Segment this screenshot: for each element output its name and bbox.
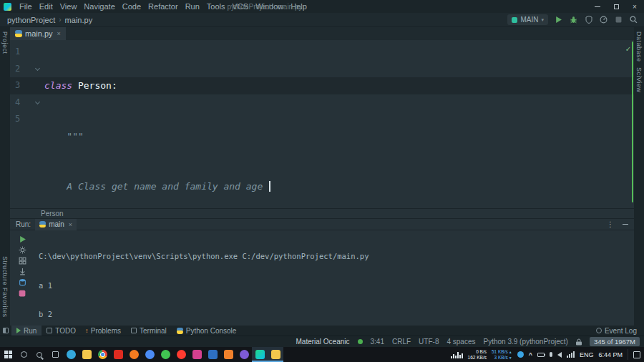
time-tracker[interactable]: 3:41 [371, 338, 384, 346]
search-icon[interactable] [31, 347, 47, 362]
sidebar-item-project[interactable]: Project [1, 31, 9, 54]
whatsapp-icon[interactable] [157, 347, 173, 362]
tool-window-todo[interactable]: TODO [42, 326, 81, 336]
tool-window-switcher-icon[interactable] [0, 326, 11, 336]
lock-icon[interactable] [576, 338, 582, 346]
docstring-text: A Class get name and family and age [44, 181, 268, 192]
encoding-indicator[interactable]: UTF-8 [419, 338, 439, 346]
vlc-icon[interactable] [220, 347, 236, 362]
tool-window-bar: Run TODO ! Problems Terminal Python Cons… [0, 326, 644, 336]
vcs-changed-lines-bar [632, 41, 634, 202]
network-speed-widget[interactable]: 0 B/s 162 KB/s [468, 349, 487, 361]
viber-icon[interactable] [236, 347, 252, 362]
explorer-window-icon[interactable] [268, 347, 283, 362]
network-icon[interactable] [567, 347, 575, 362]
youtube-icon[interactable] [110, 347, 126, 362]
maximize-button[interactable] [607, 0, 625, 13]
firefox-icon[interactable] [126, 347, 142, 362]
line-separator-indicator[interactable]: CRLF [392, 338, 411, 346]
sidebar-item-favorites[interactable]: Favorites [1, 288, 9, 318]
tool-window-run[interactable]: Run [11, 326, 42, 336]
hidden-icons-chevron-icon[interactable]: ^ [529, 347, 532, 362]
coverage-button[interactable] [584, 15, 593, 24]
interpreter-indicator[interactable]: Python 3.9 (pythonProject) [483, 338, 567, 346]
tool-window-label: TODO [55, 327, 76, 335]
event-log-icon [596, 328, 602, 333]
restore-layout-button[interactable] [17, 256, 27, 265]
menu-view[interactable]: View [57, 0, 81, 13]
chrome-icon[interactable] [94, 347, 110, 362]
cortana-icon[interactable] [16, 347, 31, 362]
inspections-ok-icon[interactable]: ✓ [625, 44, 630, 54]
run-config-icon [512, 17, 517, 23]
run-tab-main[interactable]: main × [35, 219, 77, 230]
profiler-button[interactable] [599, 15, 608, 24]
menu-navigate[interactable]: Navigate [80, 0, 118, 13]
clear-output-button[interactable] [17, 288, 27, 298]
theme-name[interactable]: Material Oceanic [296, 338, 349, 346]
network-graph-widget[interactable] [451, 351, 463, 358]
pycharm-taskbar-icon[interactable] [252, 347, 268, 362]
window-title: pythonProject - main.py [172, 3, 358, 11]
run-panel-toolbar [10, 231, 34, 326]
taskbar-clock[interactable]: 6:44 PM [598, 351, 623, 358]
scroll-to-end-button[interactable] [17, 267, 27, 276]
microphone-icon[interactable] [550, 347, 552, 362]
windows-taskbar: 0 B/s 162 KB/s 51 KB/s▲ 3 KB/s▼ ^ ENG 6:… [0, 347, 644, 362]
stop-button[interactable] [614, 15, 623, 24]
breadcrumb-project[interactable]: pythonProject [6, 16, 57, 24]
run-panel-header: Run: main × ⋮ [10, 219, 634, 230]
tab-main-py[interactable]: main.py × [10, 27, 66, 40]
task-view-icon[interactable] [47, 347, 63, 362]
sidebar-item-database[interactable]: Database [635, 31, 643, 62]
tool-window-terminal[interactable]: Terminal [126, 326, 172, 336]
close-button[interactable]: × [625, 0, 644, 13]
memory-indicator[interactable]: 345 of 1967M [590, 337, 640, 346]
tool-window-label: Run [24, 327, 36, 335]
indent-indicator[interactable]: 4 spaces [447, 338, 475, 346]
upload-speed: 51 KB/s▲ [492, 349, 512, 355]
hide-panel-icon[interactable] [623, 224, 628, 225]
start-button[interactable] [0, 347, 16, 362]
file-explorer-icon[interactable] [79, 347, 94, 362]
code-line-3: A Class get name and family and age [44, 178, 618, 195]
tool-window-python-console[interactable]: Python Console [172, 326, 242, 336]
instagram-icon[interactable] [189, 347, 205, 362]
speaker-icon[interactable] [557, 347, 562, 362]
edge-icon[interactable] [63, 347, 79, 362]
menu-edit[interactable]: Edit [36, 0, 57, 13]
opera-icon[interactable] [173, 347, 189, 362]
run-config-selector[interactable]: MAIN ▾ [507, 14, 548, 25]
idm-icon[interactable] [205, 347, 220, 362]
event-log-button[interactable]: Event Log [596, 327, 644, 335]
menu-file[interactable]: File [16, 0, 36, 13]
settings-gear-icon[interactable] [17, 245, 27, 255]
editor-tab-bar: main.py × [10, 27, 634, 40]
bluetooth-icon[interactable] [517, 347, 524, 362]
sidebar-item-sciview[interactable]: SciView [635, 67, 643, 92]
rerun-button[interactable] [17, 235, 27, 244]
breadcrumb-class[interactable]: Person [41, 210, 64, 217]
minimize-button[interactable] [588, 0, 607, 13]
battery-icon[interactable] [537, 347, 545, 362]
taskbar-divider [628, 349, 628, 360]
debug-button[interactable] [569, 15, 578, 24]
run-panel-options: ⋮ [607, 220, 634, 228]
tool-window-problems[interactable]: ! Problems [81, 326, 126, 336]
keyboard-language[interactable]: ENG [580, 351, 594, 358]
run-tab-close-icon[interactable]: × [67, 221, 72, 228]
status-green-dot-icon [358, 339, 363, 344]
search-everywhere-icon[interactable] [629, 15, 638, 24]
text-caret [269, 181, 270, 192]
run-button[interactable] [554, 15, 563, 24]
tab-close-icon[interactable]: × [56, 30, 61, 37]
console-line: a 1 [39, 281, 631, 291]
network-speed-widget-2[interactable]: 51 KB/s▲ 3 KB/s▼ [492, 349, 512, 361]
sidebar-item-structure[interactable]: Structure [1, 256, 9, 285]
more-options-icon[interactable]: ⋮ [607, 220, 614, 228]
browser-icon[interactable] [142, 347, 157, 362]
menu-code[interactable]: Code [119, 0, 145, 13]
breadcrumb-file[interactable]: main.py [64, 16, 94, 24]
action-center-icon[interactable] [633, 347, 640, 362]
console-settings-button[interactable] [17, 278, 27, 287]
